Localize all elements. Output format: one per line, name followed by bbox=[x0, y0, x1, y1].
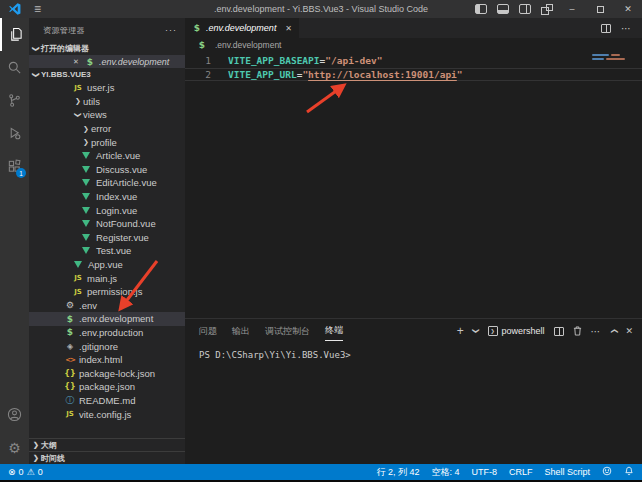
tree-item-package-json[interactable]: {}package.json bbox=[29, 380, 185, 394]
error-count: 0 bbox=[19, 467, 24, 477]
project-header[interactable]: ❯ YI.BBS.VUE3 bbox=[29, 68, 185, 81]
timeline-section[interactable]: ❯ 时间线 bbox=[29, 451, 185, 464]
tab-debug-console[interactable]: 调试控制台 bbox=[265, 322, 310, 341]
terminal-icon: ❯ bbox=[488, 326, 498, 336]
editor-actions: ⋯ bbox=[601, 18, 642, 38]
vue-file-icon bbox=[82, 179, 90, 186]
customize-layout-icon[interactable] bbox=[541, 4, 553, 14]
minimap[interactable] bbox=[592, 54, 630, 62]
settings-gear-icon[interactable]: ⚙ bbox=[0, 431, 29, 464]
tree-item-label: .env bbox=[79, 300, 97, 311]
run-debug-icon[interactable] bbox=[0, 117, 29, 150]
tree-item-article-vue[interactable]: Article.vue bbox=[29, 149, 185, 163]
tree-item-login-vue[interactable]: Login.vue bbox=[29, 203, 185, 217]
indentation[interactable]: 空格: 4 bbox=[431, 466, 459, 479]
url-link[interactable]: http://localhost:19001/api bbox=[308, 69, 457, 80]
chevron-down-icon[interactable]: ❯ bbox=[472, 328, 480, 334]
code-line-2[interactable]: 2 VITE_APP_URL="http://localhost:19001/a… bbox=[185, 68, 642, 82]
explorer-title-row: 资源管理器 ··· bbox=[29, 18, 185, 42]
outline-section[interactable]: ❯ 大纲 bbox=[29, 438, 185, 451]
tree-item-editarticle-vue[interactable]: EditArticle.vue bbox=[29, 176, 185, 190]
tree-item-views[interactable]: ❯views bbox=[29, 108, 185, 122]
open-editors-header[interactable]: ❯ 打开的编辑器 bbox=[29, 42, 185, 55]
more-actions-icon[interactable]: ⋯ bbox=[621, 23, 632, 34]
terminal-output[interactable]: PS D:\CSharp\Yi\Yi.BBS.Vue3> bbox=[185, 343, 642, 360]
menu-icon[interactable]: ≡ bbox=[34, 0, 41, 18]
tree-item-label: Test.vue bbox=[96, 245, 131, 256]
notifications-bell-icon[interactable] bbox=[624, 466, 634, 478]
tree-item-discuss-vue[interactable]: Discuss.vue bbox=[29, 163, 185, 177]
tree-item-package-lock-json[interactable]: {}package-lock.json bbox=[29, 366, 185, 380]
close-panel-icon[interactable]: ✕ bbox=[625, 326, 633, 336]
tree-item-label: index.html bbox=[79, 354, 122, 365]
vue-file-icon bbox=[82, 247, 90, 254]
terminal-profile[interactable]: ❯ powershell bbox=[488, 326, 545, 336]
toggle-secondary-sidebar-icon[interactable] bbox=[519, 4, 531, 14]
tree-item-register-vue[interactable]: Register.vue bbox=[29, 231, 185, 245]
tree-item-gitignore[interactable]: ◈.gitignore bbox=[29, 339, 185, 353]
tab-terminal[interactable]: 终端 bbox=[325, 321, 343, 341]
new-terminal-icon[interactable]: + bbox=[457, 324, 464, 338]
tree-item-label: main.js bbox=[87, 273, 117, 284]
tree-item-error[interactable]: ❯error bbox=[29, 122, 185, 136]
tree-item-env-production[interactable]: $.env.production bbox=[29, 326, 185, 340]
tree-item-index-vue[interactable]: Index.vue bbox=[29, 190, 185, 204]
tree-item-user-js[interactable]: JSuser.js bbox=[29, 81, 185, 95]
tree-item-profile[interactable]: ❯profile bbox=[29, 135, 185, 149]
close-button[interactable]: ✕ bbox=[614, 0, 642, 18]
tree-item-env-development[interactable]: $.env.development bbox=[29, 312, 185, 326]
breadcrumb[interactable]: $ .env.development bbox=[185, 38, 642, 51]
tree-item-main-js[interactable]: JSmain.js bbox=[29, 271, 185, 285]
open-editor-item[interactable]: ✕ $ .env.development bbox=[29, 55, 185, 68]
more-actions-icon[interactable]: ⋯ bbox=[591, 326, 602, 337]
explorer-more-icon[interactable]: ··· bbox=[165, 25, 177, 35]
close-icon[interactable]: ✕ bbox=[73, 58, 79, 66]
chevron-right-icon: ❯ bbox=[81, 125, 91, 133]
tree-item-label: Register.vue bbox=[96, 232, 149, 243]
encoding[interactable]: UTF-8 bbox=[471, 467, 497, 477]
code-area[interactable]: 1 VITE_APP_BASEAPI="/api-dev" 2 VITE_APP… bbox=[185, 51, 642, 318]
tree-item-permission-js[interactable]: JSpermission.js bbox=[29, 285, 185, 299]
tree-item-readme-md[interactable]: ⓘREADME.md bbox=[29, 394, 185, 408]
explorer-icon[interactable] bbox=[0, 18, 29, 51]
gear-file-icon: ⚙ bbox=[65, 300, 75, 310]
minimize-button[interactable]: – bbox=[558, 0, 586, 18]
js-file-icon: JS bbox=[65, 410, 75, 418]
vue-file-icon bbox=[82, 220, 90, 227]
maximize-icon bbox=[597, 6, 604, 13]
cursor-position[interactable]: 行 2, 列 42 bbox=[376, 466, 419, 479]
tree-item-index-html[interactable]: <>index.html bbox=[29, 353, 185, 367]
tree-item-notfound-vue[interactable]: NotFound.vue bbox=[29, 217, 185, 231]
tree-item-test-vue[interactable]: Test.vue bbox=[29, 244, 185, 258]
tab-close-icon[interactable]: ✕ bbox=[285, 24, 292, 33]
tree-item-vite-config-js[interactable]: JSvite.config.js bbox=[29, 407, 185, 421]
maximize-button[interactable] bbox=[586, 0, 614, 18]
tree-item-label: README.md bbox=[79, 395, 135, 406]
tab-env-development[interactable]: $ .env.development ✕ bbox=[185, 18, 299, 38]
tab-output[interactable]: 输出 bbox=[232, 322, 250, 341]
code-line-1[interactable]: 1 VITE_APP_BASEAPI="/api-dev" bbox=[185, 54, 642, 68]
toggle-panel-icon[interactable] bbox=[497, 4, 509, 14]
split-terminal-icon[interactable] bbox=[554, 327, 564, 336]
tree-item-label: Login.vue bbox=[96, 205, 137, 216]
tree-item-env[interactable]: ⚙.env bbox=[29, 299, 185, 313]
kill-terminal-icon[interactable] bbox=[573, 322, 582, 340]
feedback-icon[interactable] bbox=[602, 466, 612, 478]
problems-status[interactable]: ⊗ 0 ⚠ 0 bbox=[8, 467, 43, 477]
split-editor-icon[interactable] bbox=[601, 24, 611, 33]
language-mode[interactable]: Shell Script bbox=[544, 467, 590, 477]
outline-label: 大纲 bbox=[41, 440, 57, 451]
tree-item-app-vue[interactable]: App.vue bbox=[29, 258, 185, 272]
explorer-sidebar: 资源管理器 ··· ❯ 打开的编辑器 ✕ $ .env.development … bbox=[29, 18, 185, 464]
extensions-icon[interactable]: 1 bbox=[0, 150, 29, 183]
toggle-sidebar-icon[interactable] bbox=[475, 4, 487, 14]
maximize-panel-icon[interactable]: ❯ bbox=[610, 328, 618, 334]
tree-item-label: user.js bbox=[87, 82, 114, 93]
tab-problems[interactable]: 问题 bbox=[199, 322, 217, 341]
source-control-icon[interactable] bbox=[0, 84, 29, 117]
tree-item-utils[interactable]: ❯utils bbox=[29, 95, 185, 109]
open-editors-label: 打开的编辑器 bbox=[41, 43, 89, 54]
search-icon[interactable] bbox=[0, 51, 29, 84]
account-icon[interactable] bbox=[0, 398, 29, 431]
eol-sequence[interactable]: CRLF bbox=[509, 467, 533, 477]
